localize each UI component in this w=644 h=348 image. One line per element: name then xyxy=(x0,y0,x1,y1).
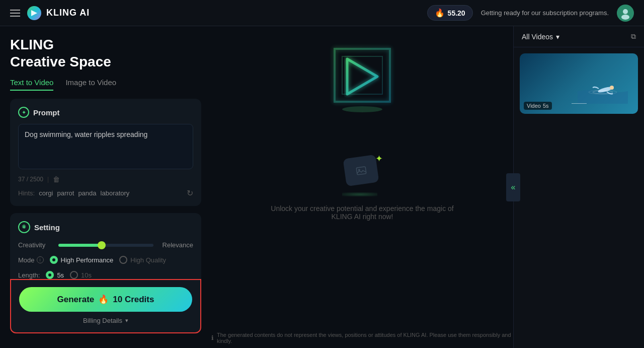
length-10s-label: 10s xyxy=(81,271,92,279)
hint-panda[interactable]: panda xyxy=(78,189,96,197)
mode-high-performance-label: High Performance xyxy=(61,256,114,264)
logo-text: KLING AI xyxy=(46,8,90,18)
kling-logo-icon xyxy=(26,5,42,21)
svg-point-1 xyxy=(623,9,628,14)
setting-icon xyxy=(18,221,30,233)
mode-high-performance-radio[interactable] xyxy=(50,256,58,264)
prompt-title: Prompt xyxy=(33,108,60,117)
svg-rect-4 xyxy=(356,166,366,174)
tab-image-to-video[interactable]: Image to Video xyxy=(65,78,116,91)
mode-label: Mode i xyxy=(18,256,44,264)
left-panel: KLING Creative Space Text to Video Image… xyxy=(0,26,211,348)
mode-high-quality-label: High Quality xyxy=(130,256,166,264)
gear-icon xyxy=(21,224,27,230)
length-10s[interactable]: 10s xyxy=(70,271,92,279)
sparkle-icon: ✦ xyxy=(375,153,383,164)
all-videos-label: All Videos xyxy=(522,33,553,41)
length-5s-radio[interactable] xyxy=(46,271,54,279)
video-label: Video xyxy=(527,103,541,109)
setting-card: Setting Creativity Relevance Mode i High… xyxy=(10,213,201,333)
hint-parrot[interactable]: parrot xyxy=(57,189,74,197)
generate-label: Generate xyxy=(57,295,95,305)
svg-point-2 xyxy=(621,15,629,20)
avatar[interactable] xyxy=(617,5,634,22)
hints-row: Hints: corgi parrot panda laboratory ↻ xyxy=(18,188,193,198)
logo: KLING AI xyxy=(26,5,90,21)
swimmer-icon xyxy=(578,74,628,104)
prompt-card: ✦ Prompt Dog swimming, water ripples spr… xyxy=(10,99,201,206)
length-row: Length: 5s 10s xyxy=(18,271,193,279)
svg-point-7 xyxy=(610,86,614,90)
credits-badge[interactable]: 🔥 55.20 xyxy=(427,5,473,21)
svg-point-3 xyxy=(342,106,382,112)
prompt-icon: ✦ xyxy=(18,107,29,118)
footer-disclaimer-bar: ℹ The generated contents do not represen… xyxy=(211,332,513,344)
brand-title: KLING Creative Space xyxy=(10,36,201,70)
mode-row: Mode i High Performance High Quality xyxy=(18,256,193,264)
length-10s-radio[interactable] xyxy=(70,271,78,279)
tabs: Text to Video Image to Video xyxy=(10,78,201,91)
mode-high-performance[interactable]: High Performance xyxy=(50,256,114,264)
prompt-card-header: ✦ Prompt xyxy=(18,107,193,118)
generate-credits: 10 Credits xyxy=(113,295,154,305)
tab-text-to-video[interactable]: Text to Video xyxy=(10,78,53,91)
video-thumbnail[interactable]: Video 5s xyxy=(520,53,638,114)
generate-fire-icon: 🔥 xyxy=(98,294,109,305)
hero-play-icon xyxy=(327,41,397,122)
credits-value: 55.20 xyxy=(448,9,465,17)
length-label: Length: xyxy=(18,271,40,279)
center-placeholder: ✦ Unlock your creative potential and exp… xyxy=(262,154,463,221)
billing-label: Billing Details xyxy=(83,317,122,324)
mode-info-icon[interactable]: i xyxy=(37,256,44,263)
all-videos-button[interactable]: All Videos ▾ xyxy=(522,33,559,41)
fire-icon: 🔥 xyxy=(435,8,445,18)
right-panel-header: All Videos ▾ ⧉ xyxy=(514,26,644,47)
mode-high-quality[interactable]: High Quality xyxy=(119,256,166,264)
all-videos-chevron-icon: ▾ xyxy=(556,33,559,41)
header-right: 🔥 55.20 Getting ready for our subscripti… xyxy=(427,5,634,22)
char-count: 37 / 2500 | 🗑 xyxy=(18,175,60,183)
copy-icon[interactable]: ⧉ xyxy=(631,32,636,41)
main-layout: KLING Creative Space Text to Video Image… xyxy=(0,26,644,348)
mode-high-quality-radio[interactable] xyxy=(119,256,127,264)
placeholder-icon-group: ✦ xyxy=(340,154,385,194)
hints-label: Hints: xyxy=(18,189,35,197)
creativity-label: Creativity xyxy=(18,241,53,249)
collapse-panel-button[interactable]: « xyxy=(506,173,520,201)
clear-prompt-button[interactable]: 🗑 xyxy=(53,175,60,183)
header: KLING AI 🔥 55.20 Getting ready for our s… xyxy=(0,0,644,26)
prompt-input[interactable]: Dog swimming, water ripples spreading xyxy=(18,124,193,169)
center-area: ✦ Unlock your creative potential and exp… xyxy=(211,26,513,348)
svg-point-5 xyxy=(358,168,360,171)
disclaimer-text: The generated contents do not represent … xyxy=(217,332,513,344)
hint-corgi[interactable]: corgi xyxy=(39,189,53,197)
refresh-hints-button[interactable]: ↻ xyxy=(187,188,193,198)
placeholder-shadow xyxy=(342,192,377,196)
hint-laboratory[interactable]: laboratory xyxy=(101,189,130,197)
video-badge: Video 5s xyxy=(524,102,552,110)
length-5s[interactable]: 5s xyxy=(46,271,64,279)
placeholder-card xyxy=(343,154,379,186)
video-duration: 5s xyxy=(543,103,549,109)
brand-section: KLING Creative Space xyxy=(10,36,201,70)
setting-card-header: Setting xyxy=(18,221,193,233)
subscription-message: Getting ready for our subscription progr… xyxy=(481,9,609,17)
creativity-slider[interactable] xyxy=(58,244,153,247)
avatar-icon xyxy=(618,6,632,20)
header-left: KLING AI xyxy=(10,5,90,21)
length-5s-label: 5s xyxy=(57,271,64,279)
relevance-label: Relevance xyxy=(163,241,193,249)
setting-title: Setting xyxy=(34,223,60,232)
prompt-footer: 37 / 2500 | 🗑 xyxy=(18,175,193,183)
menu-icon[interactable] xyxy=(10,10,20,17)
image-placeholder-icon xyxy=(354,163,368,177)
placeholder-text: Unlock your creative potential and exper… xyxy=(262,204,463,221)
billing-details-button[interactable]: Billing Details ▾ xyxy=(19,317,192,324)
disclaimer-info-icon: ℹ xyxy=(211,334,214,341)
generate-button[interactable]: Generate 🔥 10 Credits xyxy=(19,287,192,312)
billing-chevron-icon: ▾ xyxy=(125,317,128,324)
creativity-row: Creativity Relevance xyxy=(18,241,193,249)
generate-area: Generate 🔥 10 Credits Billing Details ▾ xyxy=(10,279,201,333)
right-panel: All Videos ▾ ⧉ xyxy=(513,26,644,348)
